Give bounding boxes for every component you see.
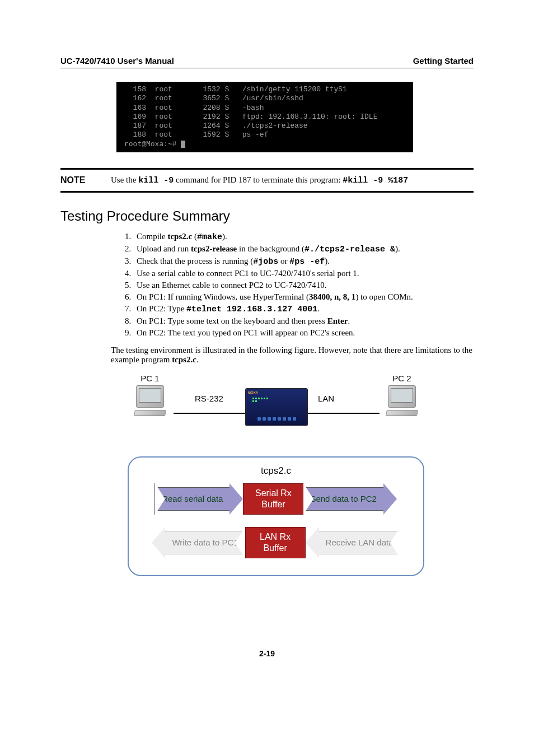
lan-label: LAN (318, 394, 334, 403)
pc2-label: PC 2 (380, 374, 424, 383)
pc1-icon: PC 1 (128, 374, 172, 416)
note-text-part: command for PID 187 to terminate this pr… (174, 175, 343, 184)
terminal-prompt: root@Moxa:~# (124, 140, 181, 148)
list-item: Use a serial cable to connect PC1 to UC-… (133, 269, 474, 278)
list-item: On PC2: Type #telnet 192.168.3.127 4001. (133, 304, 474, 314)
section-heading: Testing Procedure Summary (60, 208, 474, 224)
list-item: Compile tcps2.c (#make). (133, 232, 474, 242)
note-text-part: Use the (111, 175, 138, 184)
paragraph: The testing environment is illustrated i… (111, 346, 474, 365)
pc1-label: PC 1 (128, 374, 172, 383)
arrow-receive-lan: Receive LAN data (306, 527, 400, 558)
device-icon: MOXA (245, 388, 308, 426)
note-box: NOTE Use the kill -9 command for PID 187… (60, 168, 474, 193)
arrow-write-pc1: Write data to PC1 (152, 527, 245, 558)
terminal-line: 162 root 3652 S /usr/sbin/sshd (124, 94, 303, 102)
rs232-label: RS-232 (195, 394, 223, 403)
list-item: Use an Ethernet cable to connect PC2 to … (133, 281, 474, 290)
connection-line (174, 413, 245, 414)
header-right: Getting Started (413, 56, 474, 66)
flow-title: tcps2.c (135, 465, 416, 477)
arrow-label: Read serial data (155, 487, 229, 511)
terminal-line: 169 root 2192 S ftpd: 192.168.3.110: roo… (124, 113, 377, 121)
note-code: #kill -9 %187 (343, 176, 408, 185)
note-label: NOTE (60, 175, 111, 185)
arrow-send-pc2: Send data to PC2 (303, 483, 396, 515)
lan-rx-buffer: LAN Rx Buffer (245, 527, 306, 558)
serial-rx-buffer: Serial Rx Buffer (243, 483, 303, 515)
terminal-line: 188 root 1592 S ps -ef (124, 130, 268, 139)
terminal-line: 187 root 1264 S ./tcps2-release (124, 122, 308, 130)
connection-line (308, 413, 380, 414)
steps-list: Compile tcps2.c (#make). Upload and run … (60, 232, 474, 338)
diagram: PC 1 RS-232 MOXA LAN PC 2 tcps2.c (128, 374, 424, 576)
header-left: UC-7420/7410 User's Manual (60, 56, 174, 66)
list-item: On PC2: The text you typed on PC1 will a… (133, 328, 474, 338)
arrow-label: Write data to PC1 (165, 531, 245, 554)
list-item: Check that the process is running (#jobs… (133, 256, 474, 267)
list-item: Upload and run tcps2-release in the back… (133, 244, 474, 254)
note-code: kill -9 (138, 176, 174, 185)
terminal-line: 158 root 1532 S /sbin/getty 115200 ttyS1 (124, 85, 347, 94)
list-item: On PC1: Type some text on the keyboard a… (133, 316, 474, 326)
terminal-line: 163 root 2208 S -bash (124, 104, 264, 112)
cursor-icon (181, 141, 185, 148)
pc2-icon: PC 2 (380, 374, 424, 416)
flow-box: tcps2.c Read serial data Serial Rx Buffe… (128, 456, 424, 576)
arrow-label: Receive LAN data (319, 531, 400, 554)
page-number: 2-19 (60, 649, 474, 658)
list-item: On PC1: If running Windows, use HyperTer… (133, 292, 474, 302)
arrow-read-serial: Read serial data (155, 483, 243, 515)
arrow-label: Send data to PC2 (303, 487, 383, 511)
terminal-output: 158 root 1532 S /sbin/getty 115200 ttyS1… (116, 82, 413, 152)
page-header: UC-7420/7410 User's Manual Getting Start… (60, 56, 474, 68)
note-text: Use the kill -9 command for PID 187 to t… (111, 175, 408, 185)
